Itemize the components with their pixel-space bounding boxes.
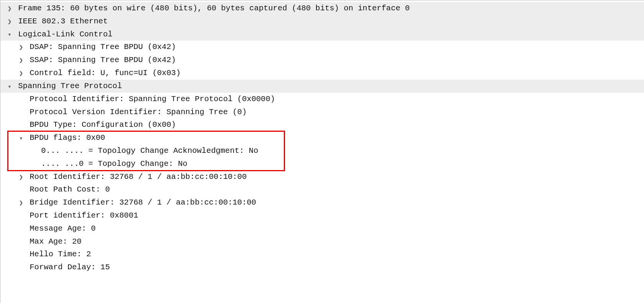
tree-row[interactable]: Message Age: 0 — [0, 222, 644, 235]
tree-row-label: Root Identifier: 32768 / 1 / aa:bb:cc:00… — [30, 170, 247, 183]
tree-row-label: Spanning Tree Protocol — [18, 80, 122, 93]
chevron-right-icon[interactable] — [17, 173, 25, 181]
chevron-right-icon[interactable] — [17, 56, 25, 64]
tree-row-label: BPDU flags: 0x00 — [30, 131, 105, 144]
tree-row-label: 0... .... = Topology Change Acknowledgme… — [41, 144, 258, 157]
tree-row[interactable]: Logical-Link Control — [0, 28, 644, 41]
tree-row-label: IEEE 802.3 Ethernet — [18, 15, 108, 28]
tree-row-label: Frame 135: 60 bytes on wire (480 bits), … — [18, 2, 410, 15]
tree-row-label: Control field: U, func=UI (0x03) — [30, 67, 181, 80]
chevron-right-icon[interactable] — [17, 69, 25, 77]
tree-row[interactable]: Spanning Tree Protocol — [0, 80, 644, 93]
chevron-down-icon[interactable] — [17, 134, 25, 142]
chevron-right-icon[interactable] — [17, 198, 25, 207]
tree-row-label: Forward Delay: 15 — [30, 261, 110, 274]
chevron-right-icon[interactable] — [6, 4, 13, 13]
tree-row-label: DSAP: Spanning Tree BPDU (0x42) — [30, 41, 176, 54]
tree-row-label: .... ...0 = Topology Change: No — [41, 157, 187, 170]
tree-row-label: Max Age: 20 — [30, 235, 81, 248]
tree-row[interactable]: Hello Time: 2 — [0, 248, 644, 261]
chevron-right-icon[interactable] — [6, 17, 13, 26]
tree-row[interactable]: BPDU flags: 0x00 — [0, 131, 644, 144]
tree-row[interactable]: Protocol Identifier: Spanning Tree Proto… — [0, 93, 644, 106]
tree-row[interactable]: .... ...0 = Topology Change: No — [0, 157, 644, 170]
chevron-right-icon[interactable] — [17, 43, 25, 51]
tree-row[interactable]: Root Path Cost: 0 — [0, 183, 644, 196]
tree-row[interactable]: Frame 135: 60 bytes on wire (480 bits), … — [0, 2, 644, 15]
chevron-down-icon[interactable] — [6, 82, 13, 90]
tree-row-label: Hello Time: 2 — [30, 248, 91, 261]
tree-row-label: Protocol Identifier: Spanning Tree Proto… — [30, 93, 275, 106]
tree-row[interactable]: Control field: U, func=UI (0x03) — [0, 67, 644, 80]
packet-details-panel: Frame 135: 60 bytes on wire (480 bits), … — [0, 0, 644, 303]
tree-row-label: SSAP: Spanning Tree BPDU (0x42) — [30, 54, 176, 67]
tree-row[interactable]: Protocol Version Identifier: Spanning Tr… — [0, 106, 644, 119]
tree-row[interactable]: DSAP: Spanning Tree BPDU (0x42) — [0, 41, 644, 54]
tree-row[interactable]: Bridge Identifier: 32768 / 1 / aa:bb:cc:… — [0, 196, 644, 209]
tree-row[interactable]: BPDU Type: Configuration (0x00) — [0, 118, 644, 131]
tree-rows-container: Frame 135: 60 bytes on wire (480 bits), … — [0, 2, 644, 274]
tree-row[interactable]: IEEE 802.3 Ethernet — [0, 15, 644, 28]
tree-row-label: Logical-Link Control — [18, 28, 112, 41]
tree-row[interactable]: Root Identifier: 32768 / 1 / aa:bb:cc:00… — [0, 170, 644, 183]
tree-row[interactable]: Max Age: 20 — [0, 235, 644, 248]
tree-row-label: Port identifier: 0x8001 — [30, 209, 138, 222]
tree-row[interactable]: 0... .... = Topology Change Acknowledgme… — [0, 144, 644, 157]
chevron-down-icon[interactable] — [6, 30, 13, 38]
tree-row-label: Protocol Version Identifier: Spanning Tr… — [30, 106, 247, 119]
tree-row-label: Root Path Cost: 0 — [30, 183, 110, 196]
tree-row-label: BPDU Type: Configuration (0x00) — [30, 118, 176, 131]
tree-row[interactable]: Port identifier: 0x8001 — [0, 209, 644, 222]
tree-row-label: Bridge Identifier: 32768 / 1 / aa:bb:cc:… — [30, 196, 256, 209]
tree-row[interactable]: SSAP: Spanning Tree BPDU (0x42) — [0, 54, 644, 67]
tree-row-label: Message Age: 0 — [30, 222, 96, 235]
tree-row[interactable]: Forward Delay: 15 — [0, 261, 644, 274]
